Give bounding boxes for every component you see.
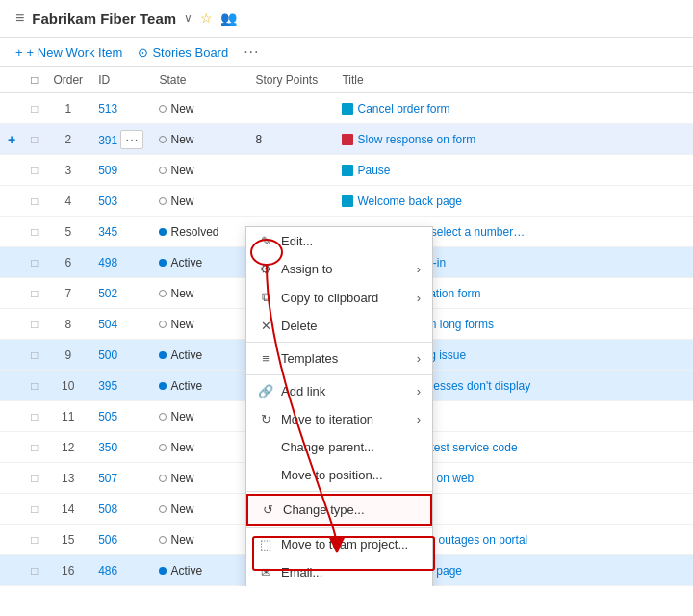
menu-item-label: Templates xyxy=(281,351,338,366)
row-id[interactable]: 509 xyxy=(90,155,151,186)
row-id[interactable]: 391 ··· xyxy=(90,124,151,155)
row-order: 9 xyxy=(45,340,90,371)
row-check[interactable]: □ xyxy=(23,525,45,555)
row-order: 5 xyxy=(45,217,90,247)
row-title[interactable]: Cancel order form xyxy=(334,93,693,124)
state-dot xyxy=(159,567,167,575)
row-id[interactable]: 395 xyxy=(90,371,151,401)
row-check[interactable]: □ xyxy=(23,309,45,340)
row-check[interactable]: □ xyxy=(23,494,45,525)
work-item-type-icon xyxy=(342,103,353,115)
team-members-icon[interactable]: 👥 xyxy=(220,11,237,26)
work-item-title[interactable]: Slow response on form xyxy=(357,133,475,146)
row-check[interactable]: □ xyxy=(23,217,45,247)
row-add[interactable] xyxy=(0,494,23,525)
row-state: Active xyxy=(151,247,247,278)
row-add[interactable] xyxy=(0,340,23,371)
row-id[interactable]: 486 xyxy=(90,555,151,586)
more-options-button[interactable]: ··· xyxy=(244,43,259,61)
row-add[interactable] xyxy=(0,555,23,586)
row-id[interactable]: 498 xyxy=(90,247,151,278)
row-order: 4 xyxy=(45,186,90,217)
menu-item-move-team[interactable]: ⬚ Move to team project... xyxy=(246,530,432,558)
submenu-chevron: › xyxy=(417,291,421,305)
row-order: 15 xyxy=(45,525,90,555)
row-id[interactable]: 350 xyxy=(90,432,151,463)
row-id[interactable]: 500 xyxy=(90,340,151,371)
row-menu-button[interactable]: ··· xyxy=(120,130,143,149)
row-add[interactable]: + xyxy=(0,124,23,155)
work-item-type-icon xyxy=(342,165,353,176)
delete-icon: ✕ xyxy=(258,319,273,333)
state-dot xyxy=(159,536,167,544)
menu-item-label: Change parent... xyxy=(281,440,374,454)
row-id[interactable]: 503 xyxy=(90,186,151,217)
row-check[interactable]: □ xyxy=(23,93,45,124)
row-id[interactable]: 507 xyxy=(90,463,151,494)
move-team-icon: ⬚ xyxy=(258,537,273,552)
menu-item-label: Add link xyxy=(281,384,325,398)
row-check[interactable]: □ xyxy=(23,463,45,494)
menu-item-label: Assign to xyxy=(281,262,332,276)
row-id[interactable]: 345 xyxy=(90,217,151,247)
table-row: □ 3 509 New Pause xyxy=(0,155,693,186)
row-add[interactable] xyxy=(0,309,23,340)
state-dot xyxy=(159,136,167,143)
row-add[interactable] xyxy=(0,432,23,463)
row-id[interactable]: 506 xyxy=(90,525,151,555)
favorite-icon[interactable]: ☆ xyxy=(200,11,213,26)
work-item-title[interactable]: Welcome back page xyxy=(357,194,462,208)
menu-item-assign-to[interactable]: ⚙ Assign to › xyxy=(246,255,432,283)
row-add[interactable] xyxy=(0,247,23,278)
row-title[interactable]: Pause xyxy=(334,155,693,186)
menu-item-edit[interactable]: ✎ Edit... xyxy=(246,227,432,255)
state-dot xyxy=(159,382,167,390)
menu-item-templates[interactable]: ≡ Templates › xyxy=(246,345,432,372)
row-add[interactable] xyxy=(0,217,23,247)
row-id[interactable]: 505 xyxy=(90,401,151,432)
row-check[interactable]: □ xyxy=(23,278,45,309)
row-add[interactable] xyxy=(0,278,23,309)
row-id[interactable]: 504 xyxy=(90,309,151,340)
menu-item-copy-clipboard[interactable]: ⧉ Copy to clipboard › xyxy=(246,283,432,312)
row-order: 2 xyxy=(45,124,90,155)
row-check[interactable]: □ xyxy=(23,432,45,463)
row-state: New xyxy=(151,93,247,124)
work-item-title[interactable]: Cancel order form xyxy=(357,102,449,116)
menu-item-change-parent[interactable]: Change parent... xyxy=(246,433,432,461)
edit-icon: ✎ xyxy=(258,234,273,248)
row-add[interactable] xyxy=(0,463,23,494)
menu-item-delete[interactable]: ✕ Delete xyxy=(246,312,432,340)
work-item-title[interactable]: Pause xyxy=(357,164,390,177)
email-icon: ✉ xyxy=(258,565,273,579)
chevron-icon[interactable]: ∨ xyxy=(184,12,192,25)
new-work-item-button[interactable]: + + New Work Item xyxy=(15,45,122,60)
menu-item-move-iteration[interactable]: ↻ Move to iteration › xyxy=(246,405,432,433)
menu-item-email[interactable]: ✉ Email... xyxy=(246,558,432,586)
row-check[interactable]: □ xyxy=(23,401,45,432)
row-state: New xyxy=(151,186,247,217)
row-title[interactable]: Slow response on form xyxy=(334,124,693,155)
menu-item-change-type[interactable]: ↺ Change type... xyxy=(246,494,432,526)
row-check[interactable]: □ xyxy=(23,371,45,401)
row-check[interactable]: □ xyxy=(23,186,45,217)
row-check[interactable]: □ xyxy=(23,124,45,155)
row-title[interactable]: Welcome back page xyxy=(334,186,693,217)
row-add[interactable] xyxy=(0,186,23,217)
row-add[interactable] xyxy=(0,401,23,432)
menu-item-add-link[interactable]: 🔗 Add link › xyxy=(246,377,432,405)
stories-board-button[interactable]: ⊙ Stories Board xyxy=(138,45,228,60)
row-id[interactable]: 508 xyxy=(90,494,151,525)
menu-item-move-position[interactable]: Move to position... xyxy=(246,461,432,489)
row-add[interactable] xyxy=(0,155,23,186)
row-id[interactable]: 513 xyxy=(90,93,151,124)
row-check[interactable]: □ xyxy=(23,340,45,371)
row-check[interactable]: □ xyxy=(23,555,45,586)
row-add[interactable] xyxy=(0,525,23,555)
row-add[interactable] xyxy=(0,93,23,124)
row-id[interactable]: 502 xyxy=(90,278,151,309)
row-order: 12 xyxy=(45,432,90,463)
row-check[interactable]: □ xyxy=(23,155,45,186)
row-add[interactable] xyxy=(0,371,23,401)
row-check[interactable]: □ xyxy=(23,247,45,278)
